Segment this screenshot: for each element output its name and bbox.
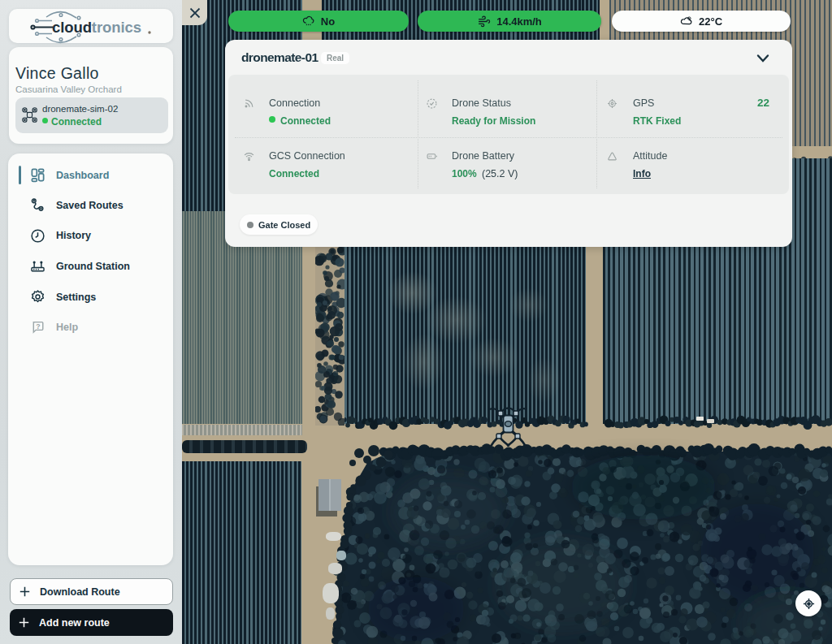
svg-text:cloudtronics: cloudtronics bbox=[52, 19, 141, 36]
svg-text:?: ? bbox=[36, 322, 40, 331]
